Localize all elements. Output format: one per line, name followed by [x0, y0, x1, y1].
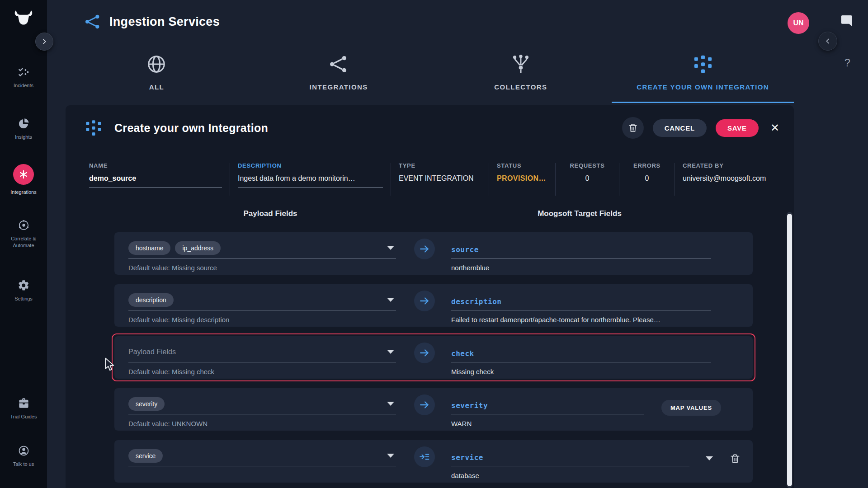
app-root: Incidents Insights Integrations [0, 0, 868, 488]
integration-info-bar: NAME demo_source DESCRIPTION Ingest data… [66, 150, 794, 210]
mapping-column-headers: Payload Fields Moogsoft Target Fields [66, 210, 794, 221]
chevron-down-icon[interactable] [387, 350, 394, 354]
trash-icon [729, 453, 741, 465]
map-arrow-icon [414, 239, 435, 259]
delete-row-button[interactable] [729, 453, 741, 466]
panel-actions: CANCEL SAVE ✕ [622, 117, 782, 139]
tab-collectors[interactable]: COLLECTORS [430, 45, 612, 103]
payload-chip[interactable]: service [128, 449, 163, 463]
chevron-down-icon[interactable] [387, 298, 394, 302]
description-label: DESCRIPTION [238, 162, 383, 169]
create-integration-icon [85, 119, 103, 137]
collapse-panel-button[interactable] [818, 32, 837, 51]
sidebar-item-trial-guides[interactable]: Trial Guides [0, 397, 47, 420]
cancel-button[interactable]: CANCEL [653, 119, 707, 137]
chat-icon[interactable] [840, 14, 854, 28]
page-title: Ingestion Services [109, 15, 220, 29]
scrollbar-thumb[interactable] [787, 214, 792, 486]
errors-label: ERRORS [633, 162, 660, 169]
sidebar-item-correlate-automate[interactable]: Correlate & Automate [0, 219, 47, 249]
map-arrow-icon [414, 291, 435, 311]
integrations-icon [13, 164, 34, 185]
moogsoft-logo-icon[interactable] [0, 7, 47, 27]
payload-field-select[interactable]: service [128, 446, 396, 466]
target-value-text: database [451, 472, 689, 479]
default-value-text: Default value: Missing description [128, 316, 396, 324]
sidebar-expand-button[interactable] [35, 33, 53, 51]
divider [619, 163, 619, 196]
settings-gear-icon [18, 279, 30, 291]
default-value-text: Default value: Missing check [128, 368, 396, 375]
target-fields-header: Moogsoft Target Fields [421, 210, 738, 221]
mapping-row-description: description Default value: Missing descr… [114, 284, 753, 327]
target-field-input[interactable]: service [451, 446, 689, 466]
avatar[interactable]: UN [788, 12, 809, 34]
map-values-button[interactable]: MAP VALUES [661, 400, 721, 416]
incidents-icon [18, 66, 30, 78]
payload-chip[interactable]: ip_address [175, 241, 221, 255]
trash-icon [627, 122, 638, 133]
delete-integration-button[interactable] [622, 117, 644, 139]
sidebar-item-talk-to-us[interactable]: Talk to us [0, 445, 47, 468]
help-icon[interactable]: ? [844, 57, 850, 69]
errors-value: 0 [645, 174, 649, 183]
sidebar-item-label: Correlate & Automate [5, 235, 42, 249]
chevron-down-icon[interactable] [387, 402, 394, 406]
chevron-down-icon[interactable] [387, 246, 394, 250]
insights-icon [18, 117, 30, 130]
payload-field-select[interactable]: Payload Fields [128, 342, 396, 362]
chevron-down-icon[interactable] [387, 454, 394, 458]
sidebar-item-label: Incidents [14, 82, 33, 89]
chevron-down-icon[interactable] [706, 456, 713, 460]
tab-create-your-own-integration[interactable]: CREATE YOUR OWN INTEGRATION [612, 45, 794, 103]
globe-icon [146, 54, 167, 76]
mapping-row-check-highlighted: Payload Fields Default value: Missing ch… [114, 336, 753, 379]
panel-title: Create your own Integration [114, 122, 268, 135]
briefcase-icon [18, 397, 30, 409]
mapping-scrollbar[interactable] [787, 212, 793, 488]
payload-chip[interactable]: severity [128, 397, 165, 411]
ingestion-services-icon [84, 13, 101, 30]
target-field-input[interactable]: severity [451, 394, 644, 414]
sidebar-item-label: Insights [15, 134, 32, 141]
requests-value: 0 [585, 174, 590, 183]
save-button[interactable]: SAVE [716, 119, 759, 137]
target-field-input[interactable]: source [451, 238, 711, 258]
created-by-value: university@moogsoft.com [683, 174, 780, 183]
divider [230, 163, 230, 196]
divider [489, 163, 489, 196]
payload-field-select[interactable]: description [128, 290, 396, 310]
description-field[interactable]: Ingest data from a demo monitorin… [238, 174, 383, 188]
tab-all[interactable]: ALL [66, 45, 248, 103]
close-icon[interactable]: ✕ [768, 122, 782, 134]
default-value-text: Default value: UNKNOWN [128, 420, 396, 427]
sidebar-item-integrations[interactable]: Integrations [0, 164, 47, 196]
type-value: EVENT INTEGRATION [399, 174, 481, 183]
name-field[interactable]: demo_source [89, 174, 222, 188]
chevron-right-icon [41, 38, 48, 45]
sidebar-item-label: Trial Guides [10, 413, 37, 420]
sidebar-item-settings[interactable]: Settings [0, 279, 47, 302]
target-value-text: WARN [451, 420, 644, 427]
sidebar-item-label: Integrations [10, 189, 36, 196]
field-mapping-area: Payload Fields Moogsoft Target Fields ho… [66, 210, 794, 488]
collectors-icon [510, 54, 531, 76]
payload-field-select[interactable]: hostname ip_address [128, 238, 396, 258]
name-label: NAME [89, 162, 222, 169]
sidebar-item-label: Talk to us [13, 461, 34, 468]
sidebar-item-incidents[interactable]: Incidents [0, 66, 47, 89]
panel-header: Create your own Integration CANCEL SAVE … [66, 105, 794, 150]
payload-field-select[interactable]: severity [128, 394, 396, 414]
correlate-automate-icon [18, 219, 30, 231]
integrations-network-icon [328, 54, 349, 76]
chevron-left-icon [824, 38, 831, 45]
target-field-input[interactable]: check [451, 342, 711, 362]
requests-label: REQUESTS [570, 162, 604, 169]
payload-chip[interactable]: hostname [128, 241, 170, 255]
default-value-text: Default value: Missing source [128, 264, 396, 272]
sidebar-item-insights[interactable]: Insights [0, 117, 47, 141]
payload-chip[interactable]: description [128, 293, 174, 307]
tab-integrations[interactable]: INTEGRATIONS [248, 45, 430, 103]
target-field-input[interactable]: description [451, 290, 711, 310]
divider [391, 163, 391, 196]
